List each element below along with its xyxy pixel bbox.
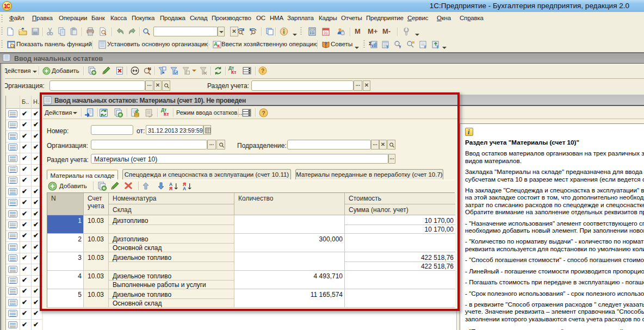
- svg-text:К: К: [218, 43, 220, 48]
- svg-text:31: 31: [324, 31, 328, 35]
- svg-text:T: T: [386, 45, 389, 49]
- svg-text:T: T: [424, 45, 426, 49]
- svg-text:N: N: [148, 66, 151, 71]
- svg-text:Σ: Σ: [369, 41, 372, 46]
- svg-text:T: T: [436, 45, 439, 49]
- svg-text:?: ?: [324, 41, 327, 46]
- svg-text:T: T: [399, 45, 401, 49]
- svg-text:?: ?: [261, 68, 264, 74]
